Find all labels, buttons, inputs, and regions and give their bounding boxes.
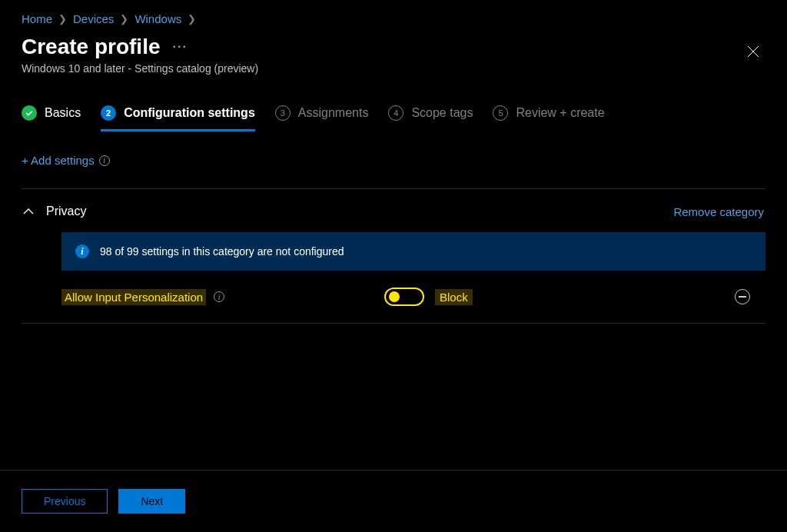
chevron-up-icon[interactable]	[23, 206, 34, 217]
remove-category-link[interactable]: Remove category	[673, 205, 764, 218]
info-icon[interactable]: i	[214, 291, 224, 302]
add-settings-button[interactable]: + Add settings i	[22, 154, 765, 167]
divider	[22, 188, 765, 189]
toggle-input-personalization[interactable]	[384, 288, 424, 306]
chevron-right-icon: ❯	[120, 13, 128, 25]
page-title: Create profile ···	[22, 35, 258, 59]
more-actions-button[interactable]: ···	[173, 40, 188, 54]
step-configuration-settings[interactable]: 2 Configuration settings	[101, 99, 255, 131]
footer-divider	[0, 470, 787, 470]
divider	[22, 323, 765, 324]
step-number-icon: 2	[101, 105, 116, 121]
breadcrumb-windows[interactable]: Windows	[134, 12, 181, 25]
toggle-value: Block	[435, 289, 473, 305]
close-icon	[747, 45, 759, 58]
previous-button[interactable]: Previous	[22, 489, 108, 514]
close-button[interactable]	[741, 39, 765, 67]
info-icon: i	[75, 244, 89, 258]
info-icon[interactable]: i	[99, 155, 110, 166]
breadcrumb-devices[interactable]: Devices	[73, 12, 114, 25]
category-title: Privacy	[46, 204, 86, 218]
footer-actions: Previous Next	[22, 489, 185, 514]
step-basics[interactable]: Basics	[22, 99, 81, 131]
wizard-steps: Basics 2 Configuration settings 3 Assign…	[22, 99, 765, 132]
step-number-icon: 3	[275, 105, 291, 121]
setting-label: Allow Input Personalization	[61, 289, 206, 305]
remove-setting-button[interactable]	[735, 289, 750, 304]
breadcrumb-home[interactable]: Home	[22, 12, 52, 25]
info-banner-text: 98 of 99 settings in this category are n…	[100, 245, 344, 258]
page-subtitle: Windows 10 and later - Settings catalog …	[22, 62, 258, 75]
info-banner: i 98 of 99 settings in this category are…	[61, 232, 765, 271]
next-button[interactable]: Next	[118, 489, 185, 514]
category-privacy: Privacy Remove category i 98 of 99 setti…	[22, 204, 765, 324]
step-assignments[interactable]: 3 Assignments	[275, 99, 369, 131]
step-number-icon: 5	[493, 105, 508, 121]
step-number-icon: 4	[388, 105, 403, 121]
chevron-right-icon: ❯	[58, 13, 67, 25]
step-scope-tags[interactable]: 4 Scope tags	[388, 99, 473, 131]
setting-row-input-personalization: Allow Input Personalization i Block	[22, 288, 765, 323]
step-review-create[interactable]: 5 Review + create	[493, 99, 604, 131]
chevron-right-icon: ❯	[188, 13, 196, 25]
checkmark-icon	[22, 105, 37, 121]
breadcrumb: Home ❯ Devices ❯ Windows ❯	[22, 12, 765, 25]
toggle-knob	[389, 291, 400, 302]
